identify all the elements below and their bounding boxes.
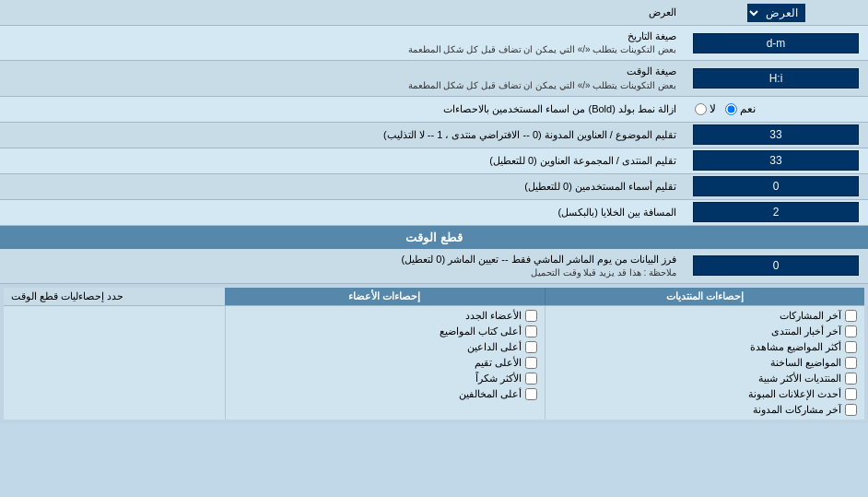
checkbox-last-news[interactable] <box>845 325 857 337</box>
forum-trim-control <box>684 148 868 172</box>
check-item: الأعضاء الجدد <box>229 308 541 324</box>
cutoff-input[interactable] <box>693 255 859 276</box>
bold-no-radio[interactable] <box>695 103 707 115</box>
stats-headers: إحصاءات المنتديات إحصاءات الأعضاء <box>225 288 864 305</box>
bold-yes-radio[interactable] <box>725 103 737 115</box>
cutoff-control <box>684 254 868 278</box>
checkbox-similar-forums[interactable] <box>845 373 857 385</box>
date-format-row: صيغة التاريخ بعض التكوينات يتطلب «/» الت… <box>0 26 868 61</box>
check-item: الأكثر شكراً <box>229 371 541 386</box>
members-stats-col: الأعضاء الجدد أعلى كتاب المواضيع أعلى ال… <box>225 306 545 420</box>
date-format-input[interactable] <box>693 33 859 53</box>
checkbox-top-rated[interactable] <box>525 357 537 369</box>
user-trim-row: تقليم أسماء المستخدمين (0 للتعطيل) <box>0 174 868 200</box>
bold-remove-row: نعم لا ازالة نمط بولد (Bold) من اسماء ال… <box>0 97 868 123</box>
checkboxes-body: آخر المشاركات آخر أخبار المنتدى أكثر الم… <box>4 306 864 420</box>
bold-yes-label[interactable]: نعم <box>725 102 756 115</box>
topic-trim-row: تقليم الموضوع / العناوين المدونة (0 -- ا… <box>0 123 868 148</box>
cutoff-row: فرز البيانات من يوم الماشر الماشي فقط --… <box>0 249 868 284</box>
user-trim-input[interactable] <box>693 176 859 196</box>
forums-stats-col: آخر المشاركات آخر أخبار المنتدى أكثر الم… <box>545 306 864 420</box>
checkbox-hot-topics[interactable] <box>845 357 857 369</box>
check-item: الأعلى تقيم <box>229 355 541 371</box>
checkbox-most-viewed[interactable] <box>845 341 857 353</box>
cutoff-section-header: قطع الوقت <box>0 226 868 249</box>
display-mode-label: العرض <box>0 2 684 23</box>
check-item: أعلى الداعين <box>229 339 541 355</box>
time-format-row: صيغة الوقت بعض التكوينات يتطلب «/» التي … <box>0 61 868 96</box>
bold-remove-label: ازالة نمط بولد (Bold) من اسماء المستخدمي… <box>0 99 684 120</box>
topic-trim-label: تقليم الموضوع / العناوين المدونة (0 -- ا… <box>0 124 684 146</box>
cell-spacing-input[interactable] <box>693 202 859 222</box>
bold-remove-control: نعم لا <box>684 99 868 119</box>
checkbox-top-inviters[interactable] <box>525 341 537 353</box>
stats-forums-header: إحصاءات المنتديات <box>545 288 865 305</box>
user-trim-control <box>684 174 868 198</box>
cell-spacing-row: المسافة بين الخلايا (بالبكسل) <box>0 200 868 226</box>
check-item: آخر المشاركات <box>549 308 861 324</box>
cell-spacing-control <box>684 200 868 224</box>
time-format-label: صيغة الوقت بعض التكوينات يتطلب «/» التي … <box>0 61 684 95</box>
forum-trim-row: تقليم المنتدى / المجموعة العناوين (0 للت… <box>0 148 868 174</box>
cell-spacing-label: المسافة بين الخلايا (بالبكسل) <box>0 202 684 223</box>
check-item: المواضيع الساخنة <box>549 355 861 371</box>
display-mode-select[interactable]: العرض <box>747 4 805 22</box>
date-format-control <box>684 31 868 55</box>
checkbox-new-members[interactable] <box>525 310 537 322</box>
check-item: أعلى المخالفين <box>229 386 541 402</box>
forum-trim-label: تقليم المنتدى / المجموعة العناوين (0 للت… <box>0 150 684 172</box>
date-format-label: صيغة التاريخ بعض التكوينات يتطلب «/» الت… <box>0 26 684 60</box>
check-item: المنتديات الأكثر شبية <box>549 371 861 386</box>
display-mode-control[interactable]: العرض <box>684 2 868 24</box>
checkboxes-top-row: إحصاءات المنتديات إحصاءات الأعضاء حدد إح… <box>4 288 864 306</box>
bold-no-label[interactable]: لا <box>695 102 716 115</box>
apply-cutoff-label: حدد إحصاءليات قطع الوقت <box>4 288 225 305</box>
check-item: أحدث الإعلانات المبونة <box>549 386 861 402</box>
check-item: أكثر المواضيع مشاهدة <box>549 339 861 355</box>
checkbox-last-blog-posts[interactable] <box>845 404 857 416</box>
checkbox-top-writers[interactable] <box>525 325 537 337</box>
checkbox-top-violators[interactable] <box>525 388 537 400</box>
checkboxes-section: إحصاءات المنتديات إحصاءات الأعضاء حدد إح… <box>0 284 868 423</box>
display-mode-row: العرض العرض <box>0 0 868 26</box>
checkbox-last-posts[interactable] <box>845 310 857 322</box>
bold-radio-group: نعم لا <box>687 101 864 117</box>
main-container: العرض العرض صيغة التاريخ بعض التكوينات ي… <box>0 0 868 423</box>
check-item: آخر أخبار المنتدى <box>549 324 861 339</box>
checkbox-most-thankful[interactable] <box>525 373 537 385</box>
stats-members-header: إحصاءات الأعضاء <box>225 288 545 305</box>
apply-cutoff-spacer <box>4 306 225 420</box>
checkbox-latest-announcements[interactable] <box>845 388 857 400</box>
time-format-control <box>684 66 868 90</box>
cutoff-label: فرز البيانات من يوم الماشر الماشي فقط --… <box>0 249 684 283</box>
check-item: أعلى كتاب المواضيع <box>229 324 541 339</box>
time-format-input[interactable] <box>693 68 859 89</box>
forum-trim-input[interactable] <box>693 150 859 171</box>
topic-trim-control <box>684 123 868 147</box>
topic-trim-input[interactable] <box>693 124 859 145</box>
user-trim-label: تقليم أسماء المستخدمين (0 للتعطيل) <box>0 176 684 197</box>
check-item: آخر مشاركات المدونة <box>549 402 861 418</box>
